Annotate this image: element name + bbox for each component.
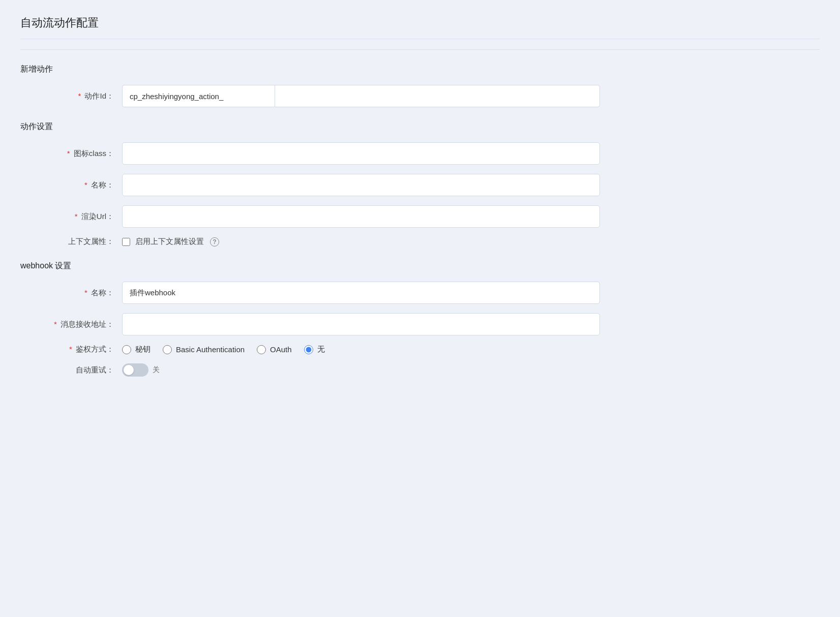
message-url-input[interactable]	[122, 313, 600, 335]
label-webhook-name: * 名称：	[20, 288, 122, 298]
context-props-checkbox[interactable]	[122, 238, 130, 246]
top-divider	[20, 49, 820, 50]
section-webhook-settings: webhook 设置 * 名称： * 消息接收地址： * 鉴权方式：	[20, 261, 820, 377]
form-row-name: * 名称：	[20, 174, 820, 196]
required-star-webhook-name: *	[84, 288, 87, 297]
section-add-action-title: 新增动作	[20, 64, 820, 75]
action-id-prefix-input[interactable]	[122, 85, 275, 107]
label-render-url: * 渲染Url：	[20, 212, 122, 222]
required-star-action-id: *	[78, 91, 81, 100]
radio-input-none[interactable]	[304, 345, 313, 354]
radio-label-basic-auth: Basic Authentication	[176, 345, 245, 354]
radio-option-none[interactable]: 无	[304, 345, 325, 354]
form-row-render-url: * 渲染Url：	[20, 205, 820, 228]
label-action-id: * 动作Id：	[20, 91, 122, 101]
label-name: * 名称：	[20, 180, 122, 190]
context-props-help-icon[interactable]: ?	[210, 237, 219, 246]
section-add-action: 新增动作 * 动作Id：	[20, 64, 820, 107]
context-props-text: 启用上下文属性设置	[135, 237, 204, 246]
section-webhook-settings-title: webhook 设置	[20, 261, 820, 271]
toggle-knob	[124, 365, 134, 375]
auth-method-radio-group: 秘钥 Basic Authentication OAuth 无	[122, 345, 325, 354]
radio-option-oauth[interactable]: OAuth	[257, 345, 292, 354]
form-row-action-id: * 动作Id：	[20, 85, 820, 107]
label-auth-method: * 鉴权方式：	[20, 345, 122, 354]
radio-option-basic-auth[interactable]: Basic Authentication	[163, 345, 245, 354]
radio-input-basic-auth[interactable]	[163, 345, 172, 354]
action-id-input-container	[122, 85, 600, 107]
form-row-auth-method: * 鉴权方式： 秘钥 Basic Authentication OAuth	[20, 345, 820, 354]
form-row-auto-retry: 自动重试： 关	[20, 363, 820, 377]
page-title: 自动流动作配置	[20, 15, 820, 39]
auto-retry-toggle-container: 关	[122, 363, 160, 377]
radio-label-oauth: OAuth	[270, 345, 292, 354]
required-star-name: *	[84, 180, 87, 189]
auto-retry-toggle[interactable]	[122, 363, 148, 377]
section-action-settings: 动作设置 * 图标class： * 名称： * 渲染Url：	[20, 121, 820, 246]
label-auto-retry: 自动重试：	[20, 365, 122, 375]
radio-input-oauth[interactable]	[257, 345, 266, 354]
required-star-message-url: *	[54, 320, 57, 328]
action-id-suffix-input[interactable]	[275, 85, 600, 107]
context-props-content: 启用上下文属性设置 ?	[122, 237, 219, 246]
render-url-input[interactable]	[122, 205, 600, 228]
toggle-text: 关	[153, 365, 160, 375]
required-star-render-url: *	[75, 212, 78, 221]
radio-input-secret[interactable]	[122, 345, 131, 354]
radio-label-secret: 秘钥	[135, 345, 151, 354]
name-input[interactable]	[122, 174, 600, 196]
form-row-context-props: 上下文属性： 启用上下文属性设置 ?	[20, 237, 820, 246]
icon-class-input[interactable]	[122, 142, 600, 165]
form-row-icon-class: * 图标class：	[20, 142, 820, 165]
webhook-name-input[interactable]	[122, 282, 600, 304]
radio-option-secret[interactable]: 秘钥	[122, 345, 151, 354]
label-icon-class: * 图标class：	[20, 149, 122, 159]
form-row-webhook-name: * 名称：	[20, 282, 820, 304]
section-action-settings-title: 动作设置	[20, 121, 820, 132]
label-message-url: * 消息接收地址：	[20, 320, 122, 329]
radio-label-none: 无	[317, 345, 325, 354]
page-container: 自动流动作配置 新增动作 * 动作Id： 动作设置 * 图标class：	[0, 0, 840, 401]
required-star-icon-class: *	[67, 149, 70, 158]
required-star-auth-method: *	[69, 345, 72, 353]
label-context-props: 上下文属性：	[20, 237, 122, 246]
form-row-message-url: * 消息接收地址：	[20, 313, 820, 335]
